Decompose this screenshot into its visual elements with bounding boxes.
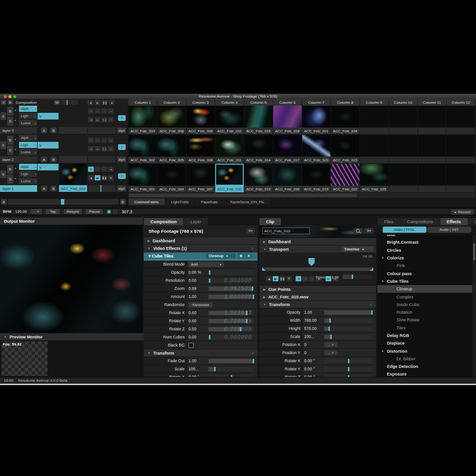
clip-cell[interactable]: ACC_Fotc_015 <box>244 106 273 134</box>
layer-t-button[interactable]: T <box>118 173 126 179</box>
layer-down-icon[interactable]: ▼ <box>14 119 17 122</box>
layer-name[interactable]: layer 2 <box>0 156 37 163</box>
blend-mode-option[interactable]: Alph▾ <box>19 106 37 112</box>
slider-handle[interactable] <box>209 335 210 339</box>
layer-down-icon[interactable]: ▼ <box>14 148 17 151</box>
param-slider[interactable] <box>324 335 372 339</box>
clip-cell[interactable] <box>360 135 388 163</box>
layer-solo-button[interactable]: S <box>7 117 13 126</box>
param-value[interactable]: 768.00 <box>304 318 324 323</box>
cue-points-header[interactable]: ▶Cue Points <box>259 286 376 293</box>
clip-cell[interactable]: ACC_Fotc_012 <box>215 106 244 134</box>
resync-button[interactable]: Resync <box>64 209 82 214</box>
param-value[interactable]: 1.00 <box>304 310 324 315</box>
clip-cell[interactable] <box>360 106 388 134</box>
layer-bypass-button[interactable]: B <box>7 136 13 145</box>
spinner-dec[interactable]: - <box>328 343 329 347</box>
layer-t-button[interactable]: T <box>118 144 126 150</box>
deck-tab[interactable]: PapeRate <box>195 198 224 205</box>
bounce-icon[interactable]: ↔ <box>302 276 308 281</box>
clip-name[interactable]: ACC_Fotc_016 <box>273 186 302 192</box>
effect-item[interactable]: Edge Detection <box>377 363 472 370</box>
layer-back-button[interactable]: ◀ <box>88 146 94 151</box>
slider-handle[interactable] <box>371 310 373 315</box>
clip-cell[interactable] <box>446 106 475 134</box>
slider-handle[interactable] <box>246 319 248 323</box>
black-bg-checkbox[interactable] <box>188 343 194 348</box>
clip-name[interactable] <box>389 128 417 134</box>
clip-thumbnail[interactable] <box>273 106 302 128</box>
clip-thumbnail[interactable] <box>215 135 244 157</box>
clip-name[interactable] <box>418 186 446 192</box>
clip-cell[interactable]: ACC_Fotc_013 <box>244 164 273 192</box>
effect-preset-dropdown[interactable]: Closeup▾ <box>206 253 236 258</box>
param-slider[interactable] <box>324 367 372 371</box>
clip-cell[interactable]: ACC_Fotc_006 <box>158 106 186 134</box>
layer-play-button[interactable]: ▶ <box>95 175 100 180</box>
clip-cell[interactable]: ACC_Fotc_014 <box>244 135 273 163</box>
clip-thumbnail[interactable] <box>418 164 446 186</box>
master-button[interactable]: M <box>54 100 60 105</box>
effect-item[interactable]: ▼Distortion <box>377 347 472 355</box>
clip-name[interactable] <box>360 157 388 163</box>
composition-pause-button[interactable]: ❚❚ <box>102 100 108 105</box>
clip-thumbnail[interactable] <box>273 135 302 157</box>
column-header[interactable]: Column 6 <box>273 99 302 106</box>
column-header[interactable]: Column 5 <box>244 99 273 106</box>
clip-thumbnail[interactable] <box>302 135 331 157</box>
tap-button[interactable]: Tap <box>46 209 60 214</box>
clip-cell[interactable]: ACC_Fotc_001 <box>129 164 157 192</box>
effect-item[interactable]: ▼Colorize <box>377 254 472 262</box>
slider-handle[interactable] <box>330 335 332 339</box>
clip-thumbnail[interactable] <box>302 106 331 128</box>
param-slider[interactable] <box>208 311 254 315</box>
clip-name[interactable]: ACC_Fotc_006 <box>158 128 186 134</box>
param-slider[interactable] <box>324 327 372 331</box>
layer-b-button[interactable]: B <box>50 128 57 133</box>
layer-alpha-chip[interactable]: Alph <box>117 186 126 191</box>
slider-handle[interactable] <box>246 311 248 315</box>
composition-play-button[interactable]: ▶ <box>95 100 100 105</box>
clip-name[interactable]: ACC_Fotc_019 <box>302 186 331 192</box>
layer-name[interactable]: layer 1 <box>0 185 37 192</box>
effect-item[interactable]: Blur <box>377 235 472 238</box>
clip-thumbnail[interactable] <box>331 106 359 128</box>
speed-slider[interactable] <box>343 275 372 279</box>
layer-beat-button[interactable]: B <box>108 146 114 151</box>
clip-name[interactable]: ACC_Fotc_024 <box>331 128 359 134</box>
bounce-icon[interactable]: ↔ <box>95 167 100 172</box>
clip-name[interactable] <box>446 128 475 134</box>
effect-item[interactable]: Displace <box>377 339 472 347</box>
tab-composition[interactable]: Composition <box>144 218 183 225</box>
clip-thumbnail[interactable] <box>244 164 273 186</box>
param-value[interactable]: 0.00 % <box>188 270 208 275</box>
clip-cell[interactable] <box>418 135 446 163</box>
clip-name[interactable]: ACC_Fotc_007 <box>187 186 215 192</box>
clip-cell[interactable]: ACC_Fotc_009 <box>187 106 215 134</box>
transport-mode-dropdown[interactable]: Timeline▾ <box>342 247 373 252</box>
play-once-icon[interactable]: ⇥ <box>108 167 114 172</box>
loop-icon[interactable]: ⟲ <box>296 276 301 281</box>
param-value[interactable]: 0.50 <box>188 327 208 331</box>
slider-handle[interactable] <box>209 270 210 275</box>
clip-thumbnail[interactable] <box>273 164 302 186</box>
bpm-stepper[interactable]: -+ <box>30 209 42 214</box>
clip-cell[interactable]: ACC_Fotc_019 <box>302 164 331 192</box>
effect-item[interactable]: Pink <box>377 262 472 269</box>
clip-transport-header[interactable]: ▼Transport Timeline▾ <box>259 246 376 253</box>
layer-clear-button[interactable]: X <box>0 141 6 149</box>
beat-toggle-1[interactable] <box>107 209 111 214</box>
effect-item[interactable]: Slow Rotate <box>377 316 472 324</box>
layer-opacity-fader[interactable]: V <box>38 142 59 149</box>
param-slider[interactable] <box>208 278 254 283</box>
layer-up-icon[interactable]: ▲ <box>14 167 17 169</box>
clip-name[interactable]: ACC_Fotc_009 <box>187 128 215 134</box>
layer-clear-button[interactable]: X <box>0 170 6 178</box>
param-slider[interactable] <box>208 359 254 363</box>
param-slider[interactable] <box>208 287 254 291</box>
column-header[interactable]: Column 7 <box>302 99 331 106</box>
clip-play-button[interactable]: ▶ <box>273 276 278 281</box>
column-header[interactable]: Column 3 <box>187 99 215 106</box>
effects-scrollbar-thumb[interactable] <box>473 243 475 260</box>
clip-name[interactable] <box>446 157 475 163</box>
